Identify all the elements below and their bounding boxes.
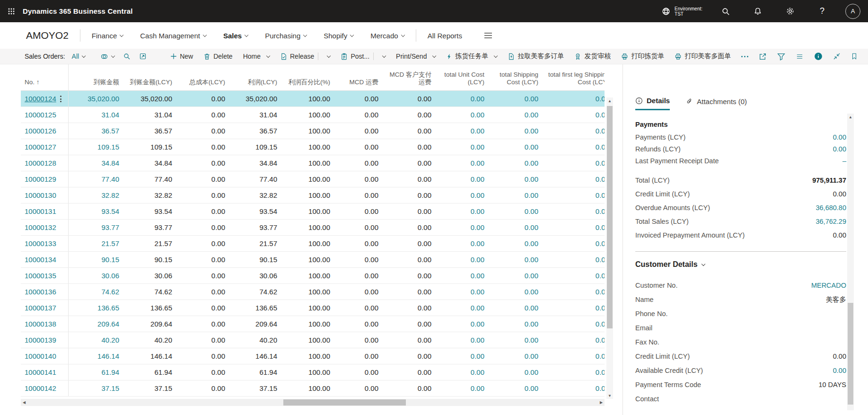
tab-details[interactable]: Details	[635, 97, 670, 110]
order-no-link[interactable]: 10000140	[25, 352, 56, 360]
bookmark-icon[interactable]	[851, 53, 858, 60]
cell-first-leg-cost[interactable]: 0.00	[544, 155, 605, 171]
cell-unit-cost[interactable]: 0.00	[437, 220, 490, 236]
column-header-profit-lcy[interactable]: 利润(LCY)	[231, 64, 283, 91]
cell-shipping-cost[interactable]: 0.00	[490, 348, 544, 364]
order-no-link[interactable]: 10000141	[25, 368, 56, 376]
cell-first-leg-cost[interactable]: 0.00	[544, 316, 605, 332]
cell-first-leg-cost[interactable]: 0.00	[544, 268, 605, 284]
cell-first-leg-cost[interactable]: 0.00	[544, 203, 605, 220]
nav-item-cash-management[interactable]: Cash Management	[140, 32, 206, 40]
cell-shipping-cost[interactable]: 0.00	[490, 332, 544, 348]
cell-amount[interactable]: 109.15	[68, 139, 125, 155]
chevron-down-icon[interactable]	[382, 53, 386, 57]
cell-shipping-cost[interactable]: 0.00	[490, 123, 544, 139]
view-filter-button[interactable]: All	[72, 53, 86, 60]
list-view-icon[interactable]	[796, 53, 804, 60]
nav-item-all-reports[interactable]: All Reports	[428, 32, 462, 40]
cell-unit-cost[interactable]: 0.00	[437, 203, 490, 220]
nav-item-finance[interactable]: Finance	[92, 32, 123, 40]
cell-unit-cost[interactable]: 0.00	[437, 187, 490, 203]
cell-unit-cost[interactable]: 0.00	[437, 123, 490, 139]
cell-amount[interactable]: 40.20	[68, 332, 125, 348]
column-header-mcd-freight[interactable]: MCD 运费	[336, 64, 384, 91]
field-value[interactable]: 0.00	[833, 133, 846, 141]
column-header-amount[interactable]: 到账金额	[68, 64, 125, 91]
cell-unit-cost[interactable]: 0.00	[437, 236, 490, 252]
cell-first-leg-cost[interactable]: 0.00	[544, 91, 605, 107]
order-no-link[interactable]: 10000127	[25, 143, 56, 151]
delete-button[interactable]: Delete	[203, 53, 232, 60]
cell-shipping-cost[interactable]: 0.00	[490, 300, 544, 316]
cell-amount[interactable]: 136.65	[68, 300, 125, 316]
cell-first-leg-cost[interactable]: 0.00	[544, 348, 605, 364]
row-menu-icon[interactable]	[60, 96, 61, 102]
filter-icon[interactable]	[777, 53, 785, 61]
order-no-link[interactable]: 10000131	[25, 207, 56, 215]
order-no-link[interactable]: 10000129	[25, 175, 56, 183]
print-send-menu-button[interactable]: Print/Send	[396, 53, 436, 60]
cell-unit-cost[interactable]: 0.00	[437, 316, 490, 332]
app-launcher-icon[interactable]	[0, 0, 23, 22]
nav-item-purchasing[interactable]: Purchasing	[265, 32, 307, 40]
field-value[interactable]: –	[842, 157, 846, 165]
cell-shipping-cost[interactable]: 0.00	[490, 91, 544, 107]
notifications-bell-icon[interactable]	[749, 2, 767, 21]
order-no-link[interactable]: 10000135	[25, 272, 56, 280]
cell-shipping-cost[interactable]: 0.00	[490, 284, 544, 300]
share-icon[interactable]	[759, 53, 767, 61]
cell-first-leg-cost[interactable]: 0.00	[544, 300, 605, 316]
cell-unit-cost[interactable]: 0.00	[437, 155, 490, 171]
home-menu-button[interactable]: Home	[243, 53, 270, 60]
tab-attachments[interactable]: Attachments (0)	[686, 97, 747, 110]
cell-first-leg-cost[interactable]: 0.00	[544, 220, 605, 236]
cell-amount[interactable]: 146.14	[68, 348, 125, 364]
order-no-link[interactable]: 10000130	[25, 191, 56, 199]
cell-amount[interactable]: 93.77	[68, 220, 125, 236]
column-header-mcd-customer-freight[interactable]: MCD 客户支付运费	[384, 64, 437, 91]
scroll-left-icon[interactable]: ◀	[21, 399, 27, 406]
cell-first-leg-cost[interactable]: 0.00	[544, 123, 605, 139]
cell-first-leg-cost[interactable]: 0.00	[544, 332, 605, 348]
cell-shipping-cost[interactable]: 0.00	[490, 364, 544, 380]
cell-unit-cost[interactable]: 0.00	[437, 139, 490, 155]
order-no-link[interactable]: 10000136	[25, 288, 56, 296]
field-value[interactable]: 0.00	[833, 145, 846, 153]
column-header-total-unit-cost[interactable]: total Unit Cost (LCY)	[437, 64, 490, 91]
scroll-up-icon[interactable]: ▲	[847, 114, 854, 120]
chevron-down-icon[interactable]	[327, 53, 331, 57]
cell-shipping-cost[interactable]: 0.00	[490, 155, 544, 171]
cell-amount[interactable]: 61.94	[68, 364, 125, 380]
scrollbar-thumb[interactable]	[848, 303, 853, 405]
column-header-no[interactable]: No. ↑	[21, 64, 68, 91]
order-no-link[interactable]: 10000134	[25, 256, 56, 264]
cell-first-leg-cost[interactable]: 0.00	[544, 107, 605, 123]
cell-unit-cost[interactable]: 0.00	[437, 332, 490, 348]
scroll-right-icon[interactable]: ▶	[598, 399, 605, 406]
print-mercado-label-button[interactable]: 打印美客多面单	[675, 52, 731, 61]
cell-amount[interactable]: 209.64	[68, 316, 125, 332]
avatar[interactable]: A	[845, 4, 860, 19]
cell-shipping-cost[interactable]: 0.00	[490, 220, 544, 236]
table-horizontal-scrollbar[interactable]: ◀ ▶	[21, 399, 605, 406]
release-button[interactable]: Release	[280, 53, 330, 60]
cell-unit-cost[interactable]: 0.00	[437, 268, 490, 284]
cell-amount[interactable]: 32.82	[68, 187, 125, 203]
cell-first-leg-cost[interactable]: 0.00	[544, 380, 605, 397]
nav-item-sales[interactable]: Sales	[223, 32, 248, 40]
new-button[interactable]: New	[170, 53, 193, 60]
pick-task-button[interactable]: 拣货任务单	[446, 52, 497, 61]
cell-shipping-cost[interactable]: 0.00	[490, 187, 544, 203]
cell-amount[interactable]: 93.54	[68, 203, 125, 220]
cell-first-leg-cost[interactable]: 0.00	[544, 252, 605, 268]
cell-shipping-cost[interactable]: 0.00	[490, 268, 544, 284]
cell-shipping-cost[interactable]: 0.00	[490, 107, 544, 123]
cell-shipping-cost[interactable]: 0.00	[490, 380, 544, 397]
cell-shipping-cost[interactable]: 0.00	[490, 252, 544, 268]
cell-amount[interactable]: 36.57	[68, 123, 125, 139]
cell-amount[interactable]: 30.06	[68, 268, 125, 284]
cell-unit-cost[interactable]: 0.00	[437, 91, 490, 107]
cell-first-leg-cost[interactable]: 0.00	[544, 284, 605, 300]
cell-unit-cost[interactable]: 0.00	[437, 380, 490, 397]
cell-amount[interactable]: 31.04	[68, 107, 125, 123]
